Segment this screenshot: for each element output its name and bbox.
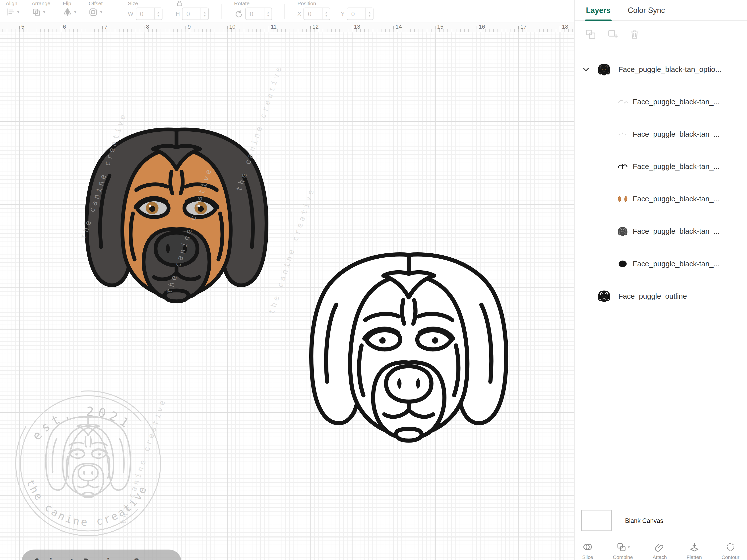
size-lock-button[interactable] [177, 0, 183, 8]
layer-row[interactable]: Face_puggle_black-tan_... [574, 248, 747, 280]
x-stepper[interactable]: ▲▼ [322, 8, 330, 20]
layer-actions [574, 21, 747, 43]
toolbar-divider [221, 3, 222, 19]
studio-watermark: est. 2021 the canine creative [2, 361, 174, 560]
tab-layers[interactable]: Layers [586, 6, 611, 20]
ruler-number: 6 [63, 23, 66, 30]
layer-thumbnail-wrinkle-lines [617, 161, 629, 173]
contour-icon [725, 542, 736, 553]
layer-label: Face_puggle_outline [618, 292, 687, 300]
y-stepper[interactable]: ▲▼ [365, 8, 373, 20]
layer-row[interactable]: Face_puggle_black-tan_... [574, 86, 747, 118]
offset-button[interactable]: ▾ [88, 8, 103, 17]
flatten-icon [689, 542, 700, 553]
flip-icon [63, 8, 72, 17]
canvas-color-swatch[interactable] [581, 510, 612, 531]
height-input[interactable]: 0 ▲▼ [182, 8, 209, 20]
layer-thumbnail-black-shape [617, 258, 629, 270]
chevron-down-icon: ▾ [17, 10, 20, 14]
contour-label: Contour [722, 554, 739, 560]
blank-canvas-label: Blank Canvas [625, 517, 663, 524]
width-label: W [128, 10, 133, 17]
layer-row[interactable]: Face_puggle_black-tan_... [574, 183, 747, 215]
duplicate-layer-icon[interactable] [607, 29, 619, 40]
contour-button[interactable]: Contour [722, 542, 739, 560]
layer-label: Face_puggle_black-tan_... [633, 227, 720, 236]
ruler-number: 18 [562, 23, 568, 30]
ruler-number: 10 [229, 23, 236, 30]
group-layers-icon[interactable] [585, 29, 596, 40]
x-input[interactable]: 0 ▲▼ [304, 8, 330, 20]
align-button[interactable]: ▾ [6, 8, 20, 17]
horizontal-ruler: 5 6 7 8 9 10 11 12 13 14 15 16 17 18 [0, 22, 574, 32]
layer-row-group[interactable]: Face_puggle_black-tan_optio... [574, 53, 747, 86]
ruler-number: 16 [479, 23, 485, 30]
layer-row[interactable]: Face_puggle_black-tan_... [574, 151, 747, 183]
puggle-outline-artwork[interactable] [268, 227, 549, 462]
layer-thumbnail-tan-patches [617, 193, 629, 205]
edit-toolbar: Align ▾ Arrange ▾ Flip ▾ Offset ▾ [0, 0, 574, 22]
width-stepper[interactable]: ▲▼ [154, 8, 162, 20]
layer-label: Face_puggle_black-tan_... [633, 162, 720, 171]
layer-thumbnail-faint-strokes [617, 96, 629, 108]
slice-label: Slice [582, 554, 593, 560]
ruler-number: 12 [312, 23, 319, 30]
ruler-number: 17 [520, 23, 526, 30]
layers-panel: Layers Color Sync Face_puggle_black-tan_… [574, 0, 747, 560]
width-input[interactable]: 0 ▲▼ [136, 8, 162, 20]
rotate-icon[interactable] [234, 9, 243, 18]
toolbar-divider [285, 3, 285, 19]
design-canvas[interactable]: est. 2021 the canine creative the canine… [0, 32, 574, 560]
layer-row[interactable]: Face_puggle_black-tan_... [574, 215, 747, 248]
layer-list: Face_puggle_black-tan_optio... Face_pugg… [574, 43, 747, 312]
combine-label: Combine [613, 554, 633, 560]
cricut-design-space-badge: Cricut Design Space [21, 550, 182, 560]
arrange-label: Arrange [32, 0, 50, 6]
ruler-ticks [0, 22, 574, 32]
layer-row-outline[interactable]: Face_puggle_outline [574, 280, 747, 312]
svg-text:est. 2021: est. 2021 [29, 404, 134, 443]
offset-label: Offset [88, 0, 103, 6]
flip-label: Flip [63, 0, 76, 6]
chevron-down-icon: ▾ [100, 10, 102, 14]
bottom-toolbar: Slice ▾ Combine Attach Flatten Contour [574, 536, 747, 560]
y-input[interactable]: 0 ▲▼ [347, 8, 374, 20]
combine-button[interactable]: ▾ Combine [613, 542, 633, 560]
height-stepper[interactable]: ▲▼ [201, 8, 208, 20]
size-group: Size W 0 ▲▼ H 0 ▲▼ [128, 0, 209, 20]
puggle-colored-artwork[interactable] [47, 104, 307, 321]
flatten-label: Flatten [687, 554, 702, 560]
watermark-dog-sketch [46, 417, 130, 498]
delete-layer-icon[interactable] [629, 29, 640, 40]
rotate-stepper[interactable]: ▲▼ [264, 8, 272, 20]
attach-label: Attach [653, 554, 667, 560]
attach-button[interactable]: Attach [653, 542, 667, 560]
lock-icon [177, 0, 183, 7]
slice-button[interactable]: Slice [582, 542, 593, 560]
watermark-est-text: est. 2021 [29, 404, 134, 443]
ruler-number: 14 [395, 23, 402, 30]
y-label: Y [341, 10, 344, 17]
arrange-icon [32, 8, 41, 17]
layer-thumbnail-colored [596, 63, 613, 76]
rotate-label: Rotate [234, 0, 272, 6]
chevron-down-icon[interactable] [583, 68, 590, 72]
height-label: H [176, 10, 180, 17]
ruler-number: 15 [437, 23, 443, 30]
position-label: Position [298, 0, 374, 6]
x-value: 0 [304, 8, 322, 20]
tab-color-sync[interactable]: Color Sync [628, 6, 665, 20]
app-window: Align ▾ Arrange ▾ Flip ▾ Offset ▾ [0, 0, 747, 560]
attach-icon [654, 542, 665, 553]
chevron-down-icon: ▾ [628, 545, 630, 550]
layer-row[interactable]: Face_puggle_black-tan_... [574, 118, 747, 150]
arrange-button[interactable]: ▾ [32, 8, 50, 17]
layer-label: Face_puggle_black-tan_optio... [618, 65, 721, 74]
offset-icon [88, 8, 98, 17]
ruler-number: 13 [354, 23, 360, 30]
flatten-button[interactable]: Flatten [687, 542, 702, 560]
flip-button[interactable]: ▾ [63, 8, 76, 17]
combine-icon [616, 542, 627, 553]
slice-icon [582, 542, 593, 553]
rotate-input[interactable]: 0 ▲▼ [246, 8, 272, 20]
